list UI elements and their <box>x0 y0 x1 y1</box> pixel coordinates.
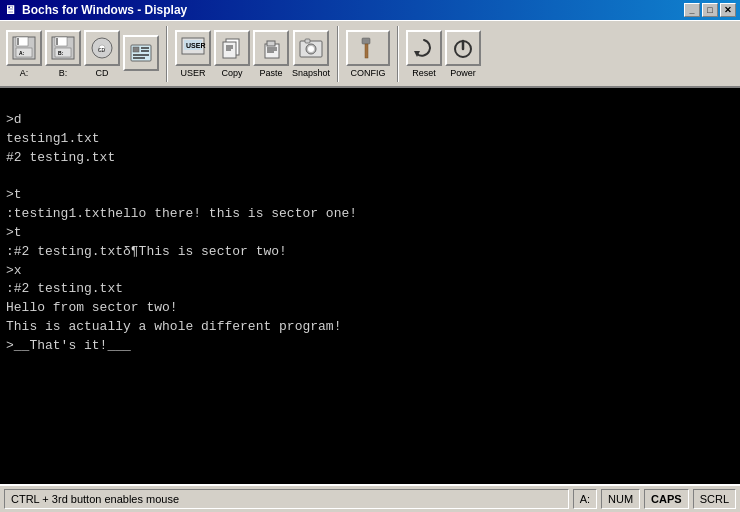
toolbar-sep-1 <box>166 26 168 82</box>
status-main-text: CTRL + 3rd button enables mouse <box>4 489 569 509</box>
toolbar: A: A: B: B: CD <box>0 20 740 88</box>
status-caps: CAPS <box>644 489 689 509</box>
paste-icon <box>257 34 285 62</box>
config-main-label: CONFIG <box>351 68 386 78</box>
terminal-output: >d testing1.txt #2 testing.txt >t :testi… <box>6 92 734 356</box>
snapshot-label: Snapshot <box>292 68 330 78</box>
config-main-button[interactable] <box>346 30 390 66</box>
terminal-area: >d testing1.txt #2 testing.txt >t :testi… <box>0 88 740 484</box>
power-icon <box>449 34 477 62</box>
floppy-a-button[interactable]: A: <box>6 30 42 66</box>
tool-config-main[interactable]: CONFIG <box>346 30 390 78</box>
paste-button[interactable] <box>253 30 289 66</box>
minimize-button[interactable]: _ <box>684 3 700 17</box>
maximize-button[interactable]: □ <box>702 3 718 17</box>
svg-rect-37 <box>365 44 368 58</box>
tool-copy[interactable]: Copy <box>214 30 250 78</box>
svg-rect-14 <box>133 47 139 52</box>
toolbar-group-edit: USER USER Copy <box>173 30 332 78</box>
title-bar: 🖥 Bochs for Windows - Display _ □ ✕ <box>0 0 740 20</box>
svg-rect-36 <box>362 38 370 44</box>
floppy-b-label: B: <box>59 68 68 78</box>
tool-reset[interactable]: Reset <box>406 30 442 78</box>
svg-text:B:: B: <box>58 50 64 56</box>
user-icon: USER <box>179 34 207 62</box>
user-label: USER <box>180 68 205 78</box>
reset-button[interactable] <box>406 30 442 66</box>
svg-text:USER: USER <box>186 42 205 49</box>
title-bar-left: 🖥 Bochs for Windows - Display <box>4 3 187 17</box>
status-scrl: SCRL <box>693 489 736 509</box>
title-controls[interactable]: _ □ ✕ <box>684 3 736 17</box>
cd-label: CD <box>96 68 109 78</box>
copy-button[interactable] <box>214 30 250 66</box>
svg-rect-7 <box>56 38 58 45</box>
tool-paste[interactable]: Paste <box>253 30 289 78</box>
power-label: Power <box>450 68 476 78</box>
svg-text:A:: A: <box>19 50 25 56</box>
svg-rect-2 <box>17 38 19 45</box>
reset-icon <box>410 34 438 62</box>
config-main-icon <box>350 32 386 64</box>
svg-rect-28 <box>267 41 275 46</box>
tool-floppy-b[interactable]: B: B: <box>45 30 81 78</box>
cd-button[interactable]: CD <box>84 30 120 66</box>
config0-icon <box>127 39 155 67</box>
cd-icon: CD <box>88 34 116 62</box>
floppy-b-button[interactable]: B: <box>45 30 81 66</box>
svg-rect-35 <box>305 39 310 43</box>
svg-point-34 <box>308 46 314 52</box>
tool-user[interactable]: USER USER <box>175 30 211 78</box>
tool-power[interactable]: Power <box>445 30 481 78</box>
paste-label: Paste <box>259 68 282 78</box>
status-bar: CTRL + 3rd button enables mouse A: NUM C… <box>0 484 740 512</box>
snapshot-button[interactable] <box>293 30 329 66</box>
floppy-a-icon: A: <box>10 34 38 62</box>
status-num: NUM <box>601 489 640 509</box>
toolbar-group-config: CONFIG <box>344 30 392 78</box>
app-icon: 🖥 <box>4 3 18 17</box>
copy-icon <box>218 34 246 62</box>
status-a: A: <box>573 489 597 509</box>
toolbar-sep-2 <box>337 26 339 82</box>
svg-text:CD: CD <box>98 47 106 53</box>
reset-label: Reset <box>412 68 436 78</box>
copy-label: Copy <box>221 68 242 78</box>
tool-cd[interactable]: CD CD <box>84 30 120 78</box>
floppy-b-icon: B: <box>49 34 77 62</box>
toolbar-sep-3 <box>397 26 399 82</box>
window-title: Bochs for Windows - Display <box>22 3 187 17</box>
power-button[interactable] <box>445 30 481 66</box>
tool-snapshot[interactable]: Snapshot <box>292 30 330 78</box>
close-button[interactable]: ✕ <box>720 3 736 17</box>
tool-floppy-a[interactable]: A: A: <box>6 30 42 78</box>
tool-config0[interactable] <box>123 35 159 73</box>
toolbar-group-drives: A: A: B: B: CD <box>4 30 161 78</box>
snapshot-icon <box>297 34 325 62</box>
floppy-a-label: A: <box>20 68 29 78</box>
user-button[interactable]: USER <box>175 30 211 66</box>
toolbar-group-power: Reset Power <box>404 30 483 78</box>
config0-button[interactable] <box>123 35 159 71</box>
